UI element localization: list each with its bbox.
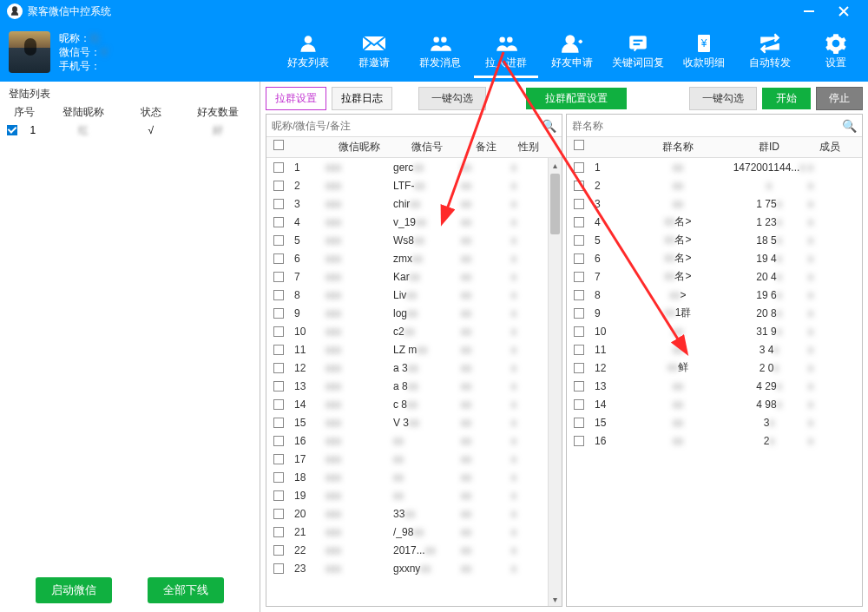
table-row[interactable]: 7xxxKarxxxxx (266, 267, 562, 286)
table-row[interactable]: 10xxxc2xxxxx (266, 322, 562, 340)
start-wechat-button[interactable]: 启动微信 (36, 577, 112, 603)
checkbox-icon[interactable] (273, 199, 284, 209)
checkbox-icon[interactable] (273, 363, 284, 373)
group-config-button[interactable]: 拉群配置设置 (526, 88, 627, 109)
checkbox-icon[interactable] (273, 140, 284, 150)
checkbox-icon[interactable] (273, 326, 284, 337)
table-row[interactable]: 9xx1群20 8xx (567, 304, 862, 322)
table-row[interactable]: 18xxxxxxxx (266, 468, 562, 486)
checkbox-icon[interactable] (273, 308, 284, 319)
checkbox-icon[interactable] (574, 272, 584, 282)
search-input-friends[interactable] (272, 120, 542, 132)
tab-group-settings[interactable]: 拉群设置 (266, 87, 326, 110)
search-icon[interactable]: 🔍 (542, 119, 556, 133)
checkbox-icon[interactable] (574, 199, 584, 209)
check-all-left-button[interactable]: 一键勾选 (418, 87, 486, 110)
nav-keyword-reply[interactable]: 关键词回复 (606, 26, 670, 78)
checkbox-icon[interactable] (273, 253, 284, 264)
scroll-down-icon[interactable]: ▾ (549, 592, 562, 606)
table-row[interactable]: 11xxxLZ mxxxxx (266, 340, 562, 359)
checkbox-icon[interactable] (273, 345, 284, 355)
table-row[interactable]: 6xxxzmxxxxxx (266, 249, 562, 267)
table-row[interactable]: 14xxxc 8xxxxx (266, 395, 562, 413)
table-row[interactable]: 5xx名>18 5xx (567, 231, 862, 249)
checkbox-icon[interactable] (273, 472, 284, 483)
search-input-groups[interactable] (572, 120, 842, 132)
table-row[interactable]: 8xx>19 6xx (567, 286, 862, 304)
all-offline-button[interactable]: 全部下线 (148, 577, 224, 603)
nav-friends[interactable]: 好友列表 (276, 26, 340, 78)
table-row[interactable]: 6xx名>19 4xx (567, 249, 862, 267)
close-button[interactable] (826, 0, 861, 23)
checkbox-icon[interactable] (273, 162, 284, 173)
table-row[interactable]: 1xx1472001144...xx (567, 158, 862, 176)
checkbox-icon[interactable] (574, 363, 584, 373)
table-row[interactable]: 9xxxlogxxxxx (266, 304, 562, 322)
table-row[interactable]: 2xxxLTF-xxxxx (266, 176, 562, 194)
checkbox-icon[interactable] (574, 381, 584, 392)
start-button[interactable]: 开始 (762, 88, 811, 109)
checkbox-icon[interactable] (273, 454, 284, 464)
table-row[interactable]: 14xx4 98xx (567, 395, 862, 413)
table-row[interactable]: 22xxx2017...xxxxx (266, 541, 562, 559)
checkbox-icon[interactable] (574, 399, 584, 410)
table-row[interactable]: 12xx鲜2 0xx (567, 359, 862, 377)
checkbox-icon[interactable] (273, 527, 284, 537)
checkbox-icon[interactable] (273, 399, 284, 410)
checkbox-icon[interactable] (574, 326, 584, 337)
table-row[interactable]: 3xxxchirxxxxx (266, 194, 562, 213)
table-row[interactable]: 16xxxxxxxx (266, 431, 562, 450)
nav-settings[interactable]: 设置 (804, 26, 868, 78)
table-row[interactable]: 12xxxa 3xxxxx (266, 359, 562, 377)
checkbox-icon[interactable] (273, 235, 284, 246)
table-row[interactable]: 20xxx33xxxxx (266, 504, 562, 523)
nav-auto-forward[interactable]: 自动转发 (738, 26, 802, 78)
table-row[interactable]: 23xxxgxxnyxxxxx (266, 559, 562, 577)
scroll-thumb[interactable] (550, 174, 560, 234)
table-row[interactable]: 3xx1 75xx (567, 194, 862, 213)
table-row[interactable]: 10xx31 9xx (567, 322, 862, 340)
checkbox-icon[interactable] (273, 290, 284, 300)
table-row[interactable]: 13xxxa 8xxxxx (266, 377, 562, 395)
checkbox-icon[interactable] (574, 436, 584, 446)
checkbox-icon[interactable] (273, 545, 284, 556)
table-row[interactable]: 13xx4 29xx (567, 377, 862, 395)
checkbox-icon[interactable] (574, 253, 584, 264)
checkbox-icon[interactable] (574, 162, 584, 173)
checkbox-icon[interactable] (273, 436, 284, 446)
login-row[interactable]: 1 红 √ 好 (3, 122, 256, 139)
checkbox-icon[interactable] (273, 490, 284, 501)
table-row[interactable]: 7xx名>20 4xx (567, 267, 862, 286)
table-row[interactable]: 5xxxWs8xxxxx (266, 231, 562, 249)
table-row[interactable]: 19xxxxxxxx (266, 486, 562, 504)
checkbox-icon[interactable] (7, 125, 17, 135)
table-row[interactable]: 11xx3 4xx (567, 340, 862, 359)
search-icon[interactable]: 🔍 (842, 119, 857, 133)
table-row[interactable]: 21xxx/_98xxxxx (266, 523, 562, 541)
scroll-up-icon[interactable]: ▴ (549, 158, 562, 172)
nav-friend-request[interactable]: 好友申请 (540, 26, 604, 78)
nav-group-invite[interactable]: 群邀请 (342, 26, 406, 78)
tab-group-log[interactable]: 拉群日志 (332, 87, 392, 110)
scrollbar[interactable]: ▴ ▾ (548, 158, 562, 606)
table-row[interactable]: 15xx3xx (567, 413, 862, 431)
stop-button[interactable]: 停止 (816, 87, 863, 110)
table-row[interactable]: 8xxxLivxxxxx (266, 286, 562, 304)
checkbox-icon[interactable] (273, 381, 284, 392)
checkbox-icon[interactable] (574, 308, 584, 319)
nav-add-to-group[interactable]: 拉人进群 (474, 26, 538, 78)
minimize-button[interactable] (792, 0, 826, 23)
nav-payment-detail[interactable]: ¥收款明细 (672, 26, 736, 78)
checkbox-icon[interactable] (574, 418, 584, 428)
checkbox-icon[interactable] (574, 217, 584, 227)
checkbox-icon[interactable] (574, 181, 584, 191)
check-all-right-button[interactable]: 一键勾选 (689, 87, 757, 110)
table-row[interactable]: 2xxxx (567, 176, 862, 194)
nav-mass-send[interactable]: 群发消息 (408, 26, 472, 78)
checkbox-icon[interactable] (574, 345, 584, 355)
checkbox-icon[interactable] (574, 290, 584, 300)
table-row[interactable]: 17xxxxxxxx (266, 450, 562, 468)
checkbox-icon[interactable] (273, 563, 284, 574)
checkbox-icon[interactable] (574, 235, 584, 246)
checkbox-icon[interactable] (273, 418, 284, 428)
